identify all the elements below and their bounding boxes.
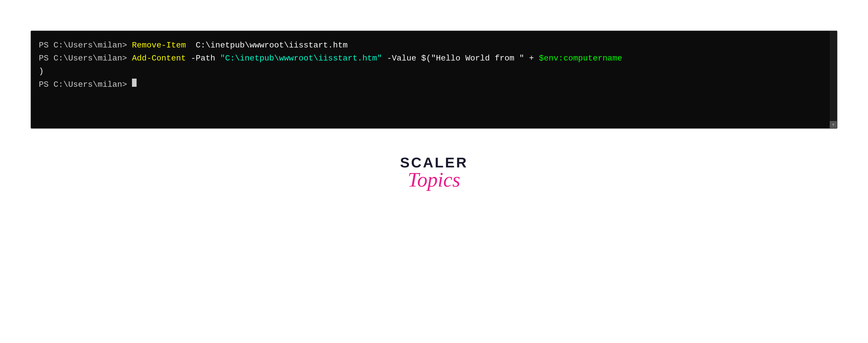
topics-logo-text: Topics: [408, 168, 460, 191]
args-1: C:\inetpub\wwwroot\iisstart.htm: [186, 39, 348, 52]
args-dollar-2: $("Hello World from " +: [421, 52, 539, 65]
cursor: [132, 79, 136, 87]
args-cyan-2: "C:\inetpub\wwwroot\iisstart.htm": [220, 52, 382, 65]
terminal-body: PS C:\Users\milan> Remove-Item C:\inetpu…: [31, 31, 837, 128]
logo-container: SCALER Topics: [400, 154, 468, 191]
terminal-window: PS C:\Users\milan> Remove-Item C:\inetpu…: [31, 31, 837, 129]
terminal-line-1: PS C:\Users\milan> Remove-Item C:\inetpu…: [39, 39, 829, 52]
terminal-line-3: ): [39, 65, 829, 78]
terminal-line-2: PS C:\Users\milan> Add-Content -Path "C:…: [39, 52, 829, 65]
prompt-1: PS C:\Users\milan>: [39, 39, 132, 52]
command-1: Remove-Item: [132, 39, 186, 52]
args-white2-2: -Value: [382, 52, 421, 65]
line3-text: ): [39, 65, 44, 78]
args-white-2: -Path: [186, 52, 220, 65]
prompt-4: PS C:\Users\milan>: [39, 78, 132, 91]
prompt-2: PS C:\Users\milan>: [39, 52, 132, 65]
command-2: Add-Content: [132, 52, 186, 65]
scroll-down-button[interactable]: ▼: [830, 121, 837, 128]
terminal-scrollbar[interactable]: ▼: [830, 31, 837, 128]
terminal-line-4: PS C:\Users\milan>: [39, 78, 829, 91]
args-env-2: $env:computername: [539, 52, 622, 65]
